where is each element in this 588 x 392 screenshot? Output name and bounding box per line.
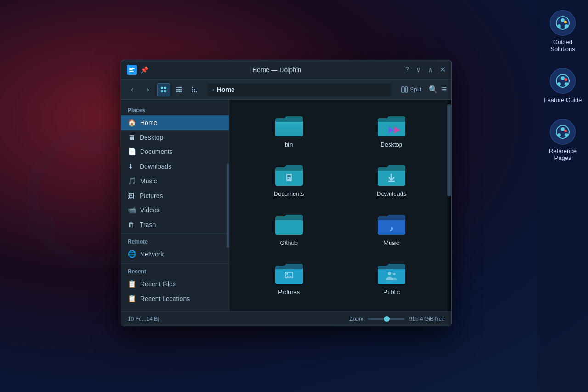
- svg-point-1: [83, 129, 110, 156]
- zoom-track[interactable]: [368, 318, 405, 320]
- svg-rect-45: [287, 176, 291, 177]
- toolbar: ‹ ›: [121, 80, 451, 100]
- file-item-downloads[interactable]: Downloads: [341, 156, 442, 204]
- recent-section-title: Recent: [121, 266, 229, 277]
- sidebar-item-videos[interactable]: 📹 Videos: [121, 203, 229, 217]
- minimize-button[interactable]: ∧: [428, 65, 433, 74]
- window-title: Home — Dolphin: [148, 66, 405, 74]
- svg-rect-20: [129, 68, 135, 69]
- toolbar-right: Split 🔍 ≡: [398, 84, 447, 95]
- sidebar-item-trash[interactable]: 🗑 Trash: [121, 217, 229, 232]
- close-button[interactable]: ✕: [440, 65, 446, 74]
- file-name-public: Public: [384, 289, 400, 295]
- recent-files-label: Recent Files: [140, 280, 176, 288]
- feature-guide-icon: [550, 68, 576, 94]
- sidebar-divider-1: [121, 233, 229, 234]
- svg-point-10: [561, 76, 565, 80]
- file-scrollbar[interactable]: [447, 100, 451, 311]
- videos-label: Videos: [140, 206, 160, 214]
- svg-text:♪: ♪: [390, 224, 394, 233]
- recent-files-icon: 📋: [128, 280, 136, 288]
- svg-rect-30: [178, 87, 182, 88]
- home-label: Home: [140, 119, 157, 126]
- help-button[interactable]: ?: [405, 66, 409, 74]
- svg-point-16: [557, 133, 561, 137]
- breadcrumb-home[interactable]: Home: [217, 86, 235, 93]
- guided-solutions-icon: [550, 10, 576, 36]
- file-item-bin[interactable]: bin: [238, 107, 339, 154]
- svg-rect-38: [196, 91, 197, 92]
- svg-point-3: [28, 211, 55, 239]
- downloads-icon: ⬇: [128, 162, 136, 170]
- pin-icon[interactable]: 📌: [141, 66, 148, 74]
- file-item-desktop[interactable]: Desktop: [341, 107, 442, 154]
- split-button[interactable]: Split: [398, 84, 425, 95]
- svg-point-12: [565, 82, 568, 86]
- sidebar-item-documents[interactable]: 📄 Documents: [121, 144, 229, 159]
- forward-button[interactable]: ›: [141, 83, 154, 96]
- svg-rect-31: [178, 89, 182, 90]
- compact-view-button[interactable]: [173, 83, 186, 96]
- file-item-public[interactable]: Public: [341, 255, 442, 302]
- dolphin-window: 📌 Home — Dolphin ? ∨ ∧ ✕ ‹ ›: [121, 60, 452, 326]
- menu-down-button[interactable]: ∨: [416, 65, 421, 74]
- sidebar-item-desktop[interactable]: 🖥 Desktop: [121, 130, 229, 144]
- svg-rect-37: [194, 91, 195, 92]
- svg-rect-40: [405, 87, 407, 92]
- folder-icon-documents: [274, 163, 304, 187]
- search-icon[interactable]: 🔍: [429, 85, 438, 94]
- file-name-downloads: Downloads: [377, 190, 406, 197]
- file-scrollbar-thumb: [447, 104, 451, 196]
- icon-view-button[interactable]: [157, 83, 170, 96]
- places-section-title: Places: [121, 104, 229, 115]
- sidebar-item-reference-pages[interactable]: Reference Pages: [537, 114, 588, 167]
- sidebar-item-home[interactable]: 🏠 Home: [121, 115, 229, 130]
- file-item-github[interactable]: Github: [238, 205, 339, 253]
- sidebar-item-recent-locations[interactable]: 📋 Recent Locations: [121, 291, 229, 306]
- svg-rect-33: [192, 87, 193, 88]
- svg-point-11: [557, 82, 561, 86]
- folder-icon-downloads: [377, 163, 406, 187]
- file-name-desktop: Desktop: [380, 141, 402, 148]
- svg-point-13: [565, 78, 567, 81]
- trash-label: Trash: [140, 221, 156, 228]
- svg-point-53: [393, 273, 396, 275]
- sidebar-item-downloads[interactable]: ⬇ Downloads: [121, 159, 229, 174]
- sidebar-scrollbar[interactable]: [227, 163, 229, 248]
- tree-view-button[interactable]: [188, 83, 201, 96]
- status-bar: 10 Fo...14 B) Zoom: 915.4 GiB free: [121, 311, 451, 326]
- folder-icon-desktop: [377, 114, 406, 137]
- file-name-github: Github: [280, 239, 298, 246]
- zoom-thumb[interactable]: [384, 316, 390, 322]
- window-controls: ? ∨ ∧ ✕: [405, 65, 446, 74]
- svg-point-51: [286, 273, 288, 275]
- music-label: Music: [140, 177, 157, 185]
- folder-icon-pictures: [274, 261, 304, 285]
- sidebar-item-music[interactable]: 🎵 Music: [121, 174, 229, 188]
- folder-icon-music: ♪: [377, 212, 406, 236]
- network-label: Network: [140, 250, 164, 258]
- title-bar: 📌 Home — Dolphin ? ∨ ∧ ✕: [121, 60, 451, 80]
- free-space: 915.4 GiB free: [409, 316, 445, 322]
- sidebar-item-pictures[interactable]: 🖼 Pictures: [121, 188, 229, 203]
- breadcrumb-bar[interactable]: › Home: [208, 83, 391, 96]
- sidebar-item-network[interactable]: 🌐 Network: [121, 247, 229, 261]
- pictures-label: Pictures: [140, 192, 163, 199]
- recent-locations-icon: 📋: [128, 295, 136, 303]
- sidebar-item-feature-guide[interactable]: Feature Guide: [537, 62, 588, 109]
- dolphin-app-icon: [127, 65, 137, 75]
- sidebar-divider-2: [121, 263, 229, 264]
- file-name-bin: bin: [285, 141, 293, 148]
- menu-button[interactable]: ≡: [441, 85, 447, 94]
- file-item-pictures[interactable]: Pictures: [238, 255, 339, 302]
- sidebar-item-guided-solutions[interactable]: Guided Solutions: [537, 5, 588, 58]
- file-item-documents[interactable]: Documents: [238, 156, 339, 204]
- documents-icon: 📄: [128, 148, 136, 156]
- reference-pages-icon: [550, 119, 576, 145]
- sidebar-item-recent-files[interactable]: 📋 Recent Files: [121, 277, 229, 291]
- back-button[interactable]: ‹: [126, 83, 139, 96]
- desktop-icon: 🖥: [128, 133, 136, 141]
- folder-icon-public: [377, 261, 406, 285]
- svg-point-15: [561, 127, 565, 131]
- file-item-music[interactable]: ♪ Music: [341, 205, 442, 253]
